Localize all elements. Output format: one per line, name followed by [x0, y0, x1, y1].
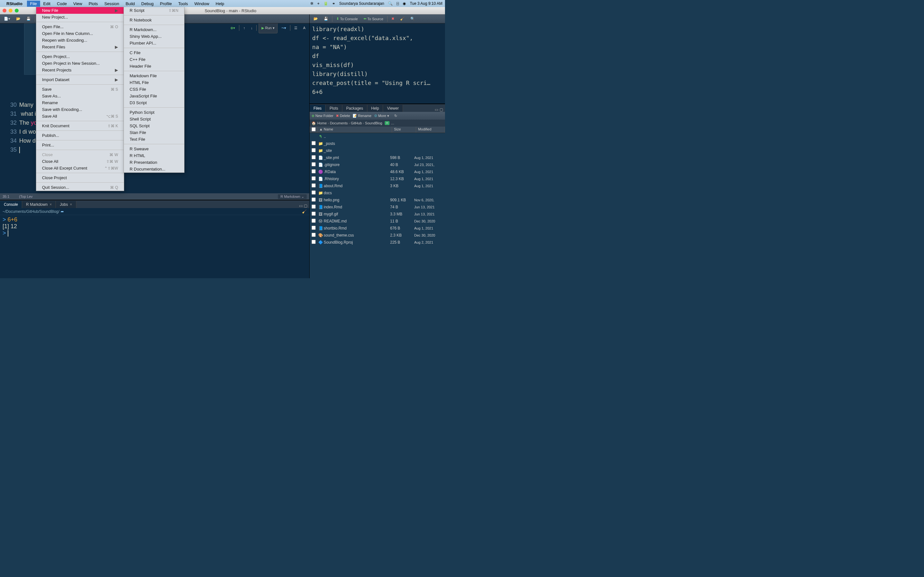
file-sound-theme-css[interactable]: 🎨sound_theme.css2.3 KBDec 30, 2020 — [310, 232, 445, 239]
menu-item-quit-session-[interactable]: Quit Session...⌘ Q — [36, 184, 124, 191]
menu-item-r-sweave[interactable]: R Sweave — [124, 145, 184, 152]
menu-code[interactable]: Code — [53, 1, 70, 7]
file-soundblog-rproj[interactable]: 🔷SoundBlog.Rproj225 BAug 2, 2021 — [310, 239, 445, 246]
menu-item-recent-files[interactable]: Recent Files▶ — [36, 44, 124, 50]
refresh-button[interactable]: ↻ — [394, 114, 397, 118]
menu-view[interactable]: View — [70, 1, 86, 7]
menu-item-plumber-api-[interactable]: Plumber API... — [124, 40, 184, 47]
rename-button[interactable]: 📝 Rename — [352, 114, 372, 118]
window-maximize-button[interactable] — [15, 9, 19, 13]
file--site[interactable]: 📁_site — [310, 147, 445, 154]
menu-item-knit-document[interactable]: Knit Document⇧⌘ K — [36, 122, 124, 129]
menu-item-new-file[interactable]: New File▶ — [36, 7, 124, 14]
source-button[interactable]: ⤳▾ — [279, 23, 288, 33]
window-minimize-button[interactable] — [9, 9, 13, 13]
console-output[interactable]: > 6+6[1] 12> — [0, 215, 309, 278]
file--gitignore[interactable]: 📄.gitignore40 BJul 23, 2021, — [310, 161, 445, 168]
menu-debug[interactable]: Debug — [138, 1, 157, 7]
tab-console[interactable]: Console — [0, 201, 22, 208]
clear-history-button[interactable]: 🧹 — [398, 16, 407, 21]
menu-item-save-with-encoding-[interactable]: Save with Encoding... — [36, 106, 124, 113]
name-column[interactable]: ▲ Name — [317, 127, 392, 133]
user-name[interactable]: Soundarya Soundararajan — [339, 1, 384, 6]
menu-profile[interactable]: Profile — [157, 1, 175, 7]
link-icon[interactable]: ⚭ — [332, 1, 335, 6]
menu-item-save[interactable]: Save⌘ S — [36, 86, 124, 93]
menu-item-markdown-file[interactable]: Markdown File — [124, 73, 184, 79]
file-readme-md[interactable]: ⓂREADME.md11 BDec 30, 2020 — [310, 218, 445, 225]
clear-console-icon[interactable]: 🧹 — [302, 210, 307, 214]
crumb-soundblog[interactable]: SoundBlog — [365, 121, 383, 125]
crumb-home[interactable]: Home — [317, 121, 326, 125]
select-all-checkbox[interactable] — [312, 127, 316, 131]
maximize-pane-icon[interactable]: ▢ — [439, 107, 443, 112]
menu-help[interactable]: Help — [212, 1, 228, 7]
menu-item-import-dataset[interactable]: Import Dataset▶ — [36, 76, 124, 83]
file-shortbio-rmd[interactable]: 📘shortbio.Rmd676 BAug 1, 2021 — [310, 225, 445, 232]
menu-item-close-all-except-current[interactable]: Close All Except Current⌃⇧⌘W — [36, 165, 124, 171]
file-mygif-gif[interactable]: 🖼mygif.gif3.3 MBJun 13, 2021 — [310, 211, 445, 218]
status-icon[interactable]: ✲ — [310, 1, 313, 6]
file--posts[interactable]: 📁_posts — [310, 140, 445, 147]
new-file-button[interactable]: 📄▾ — [2, 16, 12, 21]
load-history-button[interactable]: 📂 — [312, 16, 320, 21]
home-icon[interactable]: 🏠 — [312, 121, 316, 125]
menu-item-open-project-[interactable]: Open Project... — [36, 53, 124, 60]
outline-button[interactable]: ☰ — [292, 23, 299, 33]
menu-file[interactable]: File — [27, 1, 40, 7]
menu-item-close[interactable]: Close⌘ W — [36, 151, 124, 158]
menu-item-close-all[interactable]: Close All⇧⌘ W — [36, 158, 124, 165]
menu-build[interactable]: Build — [122, 1, 138, 7]
menu-item-save-all[interactable]: Save All⌥⌘ S — [36, 113, 124, 119]
code-overview[interactable] — [24, 23, 37, 75]
file--site-yml[interactable]: 📄_site.yml598 BAug 1, 2021 — [310, 154, 445, 161]
file-docs[interactable]: 📁docs — [310, 189, 445, 197]
menu-item-stan-file[interactable]: Stan File — [124, 129, 184, 136]
history-content[interactable]: library(readxl) df <- read_excel("data.x… — [310, 23, 445, 103]
open-file-button[interactable]: 📂 — [14, 16, 23, 21]
delete-button[interactable]: ✖ Delete — [336, 114, 350, 118]
menu-item-r-documentation-[interactable]: R Documentation... — [124, 166, 184, 172]
menu-item-save-as-[interactable]: Save As... — [36, 93, 124, 99]
go-prev-button[interactable]: ↑ — [241, 23, 247, 33]
insert-chunk-button[interactable]: ⊕▾ — [228, 23, 237, 33]
menu-item-sql-script[interactable]: SQL Script — [124, 122, 184, 129]
spotlight-icon[interactable]: 🔍 — [388, 1, 393, 6]
minimize-pane-icon[interactable]: ▭ — [435, 107, 438, 112]
new-folder-button[interactable]: ⊕ New Folder — [312, 114, 333, 118]
menu-item-new-project-[interactable]: New Project... — [36, 14, 124, 21]
tab-files[interactable]: Files — [310, 105, 326, 112]
tab-r-markdown[interactable]: R Markdown× — [22, 201, 56, 208]
clock[interactable]: Tue 3 Aug 9:10 AM — [410, 1, 443, 6]
go-next-button[interactable]: ↓ — [249, 23, 255, 33]
menu-item-publish-[interactable]: Publish... — [36, 132, 124, 139]
siri-icon[interactable]: ◉ — [403, 1, 406, 6]
tab-viewer[interactable]: Viewer — [383, 105, 403, 112]
menu-item-javascript-file[interactable]: JavaScript File — [124, 93, 184, 99]
crumb-github[interactable]: GitHub — [351, 121, 362, 125]
go-to-dir-icon[interactable]: ➦ — [61, 210, 64, 214]
menu-edit[interactable]: Edit — [40, 1, 53, 7]
r-badge-icon[interactable]: R — [384, 121, 389, 125]
battery-icon[interactable]: 🔋 — [323, 1, 328, 6]
menu-item-r-html[interactable]: R HTML — [124, 152, 184, 159]
file-index-rmd[interactable]: 📘index.Rmd74 BJun 13, 2021 — [310, 203, 445, 211]
menu-item-open-project-in-new-session-[interactable]: Open Project in New Session... — [36, 60, 124, 67]
run-button[interactable]: ▶ Run ▾ — [258, 23, 277, 33]
minimize-pane-icon[interactable]: ▭ — [299, 203, 302, 208]
control-center-icon[interactable]: ⌸ — [397, 1, 399, 6]
parent-dir[interactable]: ↰.. — [310, 133, 445, 140]
menu-item-print-[interactable]: Print... — [36, 142, 124, 148]
file--rdata[interactable]: 🟣.RData48.6 KBAug 1, 2021 — [310, 168, 445, 175]
more-button[interactable]: ⚙ More ▾ — [374, 114, 389, 118]
menu-item-recent-projects[interactable]: Recent Projects▶ — [36, 67, 124, 73]
save-history-button[interactable]: 💾 — [322, 16, 330, 21]
menu-item-shell-script[interactable]: Shell Script — [124, 116, 184, 122]
menu-tools[interactable]: Tools — [175, 1, 191, 7]
menu-window[interactable]: Window — [191, 1, 212, 7]
menu-item-rename[interactable]: Rename — [36, 99, 124, 106]
menu-item-reopen-with-encoding-[interactable]: Reopen with Encoding... — [36, 37, 124, 44]
tab-jobs[interactable]: Jobs× — [56, 201, 76, 208]
bluetooth-icon[interactable]: ⌖ — [317, 1, 320, 6]
tab-plots[interactable]: Plots — [326, 105, 342, 112]
